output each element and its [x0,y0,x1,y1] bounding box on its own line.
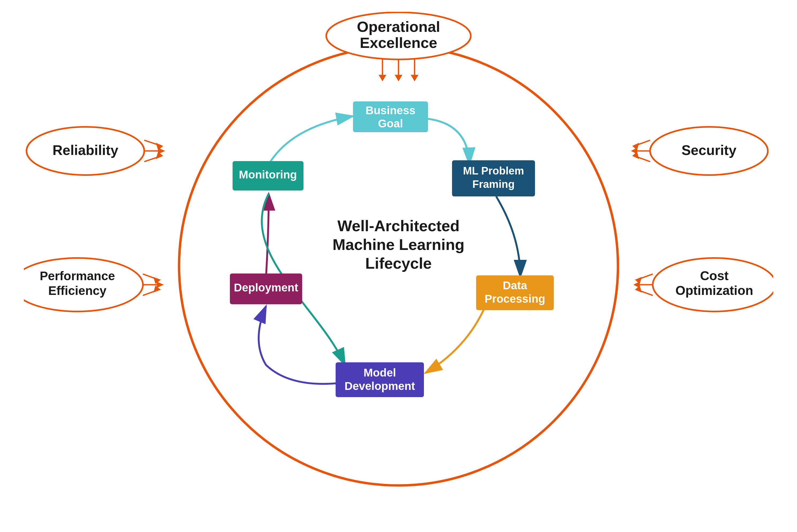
svg-marker-38 [636,278,641,283]
svg-text:Development: Development [344,380,415,392]
svg-text:Excellence: Excellence [360,34,437,51]
svg-text:Operational: Operational [357,18,440,35]
svg-text:Performance: Performance [40,269,115,283]
svg-text:Monitoring: Monitoring [239,168,297,181]
svg-marker-24 [157,153,162,158]
svg-text:Data: Data [502,279,527,292]
svg-text:Security: Security [681,142,736,158]
svg-marker-36 [154,287,159,291]
diagram-container: Business Goal ML Problem Framing Data Pr… [24,12,773,520]
svg-marker-42 [636,287,641,291]
svg-marker-22 [159,149,164,153]
svg-text:Processing: Processing [485,292,545,305]
svg-text:Model: Model [363,366,396,379]
svg-text:Business: Business [365,104,416,117]
svg-text:Cost: Cost [700,269,729,283]
svg-text:Lifecycle: Lifecycle [365,254,432,272]
svg-text:Reliability: Reliability [53,142,118,158]
svg-marker-40 [635,283,639,287]
svg-marker-30 [633,153,638,158]
svg-text:Deployment: Deployment [234,281,298,294]
svg-text:Machine Learning: Machine Learning [333,236,464,253]
svg-marker-18 [412,75,417,80]
svg-marker-16 [396,75,401,80]
svg-marker-20 [157,144,162,149]
svg-text:Well-Architected: Well-Architected [338,217,460,234]
svg-marker-14 [380,75,385,80]
svg-marker-28 [632,149,637,153]
svg-text:Optimization: Optimization [676,283,753,298]
svg-text:Framing: Framing [472,178,515,190]
svg-text:ML Problem: ML Problem [463,165,524,177]
svg-marker-34 [157,283,162,287]
svg-text:Efficiency: Efficiency [48,284,107,298]
svg-text:Goal: Goal [378,117,403,130]
